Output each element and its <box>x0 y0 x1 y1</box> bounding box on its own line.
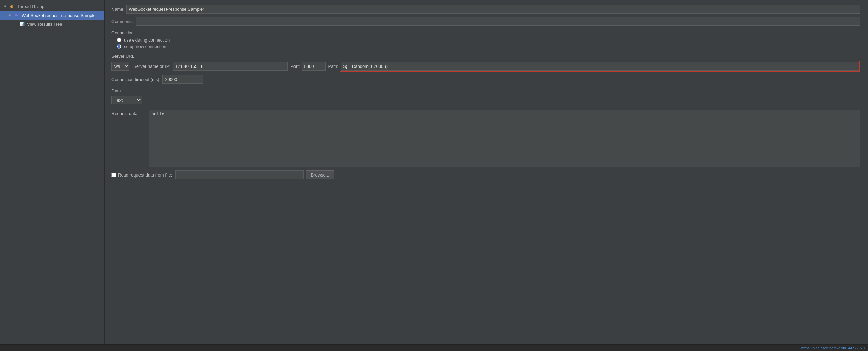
browse-button[interactable]: Browse... <box>306 170 334 179</box>
server-name-label: Server name or IP: <box>133 64 170 69</box>
radio-existing-connection[interactable]: use existing connection <box>117 37 860 43</box>
radio-new-label: setup new connection <box>124 44 167 49</box>
name-input[interactable] <box>126 5 860 14</box>
statusbar: https://blog.csdn.net/weixin_44722978 <box>0 344 868 351</box>
port-input[interactable] <box>302 62 326 71</box>
radio-existing-label: use existing connection <box>124 37 170 43</box>
connection-section-title: Connection <box>111 30 860 35</box>
statusbar-url[interactable]: https://blog.csdn.net/weixin_44722978 <box>801 346 865 350</box>
radio-existing-input[interactable] <box>117 38 121 42</box>
file-checkbox-group: Read request data from file: <box>111 172 172 178</box>
radio-new-input[interactable] <box>117 44 121 49</box>
path-input-wrapper <box>340 61 860 72</box>
comments-input[interactable] <box>136 17 860 26</box>
comments-row: Comments: <box>111 17 860 26</box>
data-type-row: Text Binary <box>111 96 860 104</box>
sidebar-item-view-results[interactable]: 📊 View Results Tree <box>0 20 104 28</box>
ws-sampler-arrow: ▼ <box>8 13 12 17</box>
read-from-file-checkbox[interactable] <box>111 173 116 177</box>
view-results-label: View Results Tree <box>27 22 62 27</box>
server-url-row: ws wss Server name or IP: Port: Path: <box>111 61 860 72</box>
ws-sampler-label: WebSocket request-response Sampler <box>22 13 97 18</box>
drag-handle-icon[interactable]: ⋮ <box>105 172 105 179</box>
view-results-icon: 📊 <box>19 21 25 27</box>
file-path-input[interactable] <box>175 170 304 179</box>
server-url-title: Server URL <box>111 54 860 59</box>
main-content: ⋮ Name: Comments: Connection use existin… <box>105 0 868 351</box>
port-label: Port: <box>290 64 300 69</box>
thread-group-label: Thread Group <box>17 4 44 9</box>
thread-group-icon: ⚙ <box>9 3 15 9</box>
connection-timeout-input[interactable] <box>162 75 203 84</box>
path-label: Path: <box>328 64 338 69</box>
request-data-row: Request data: hello <box>111 110 860 167</box>
path-input[interactable] <box>341 62 859 71</box>
connection-radio-group: use existing connection setup new connec… <box>117 37 860 49</box>
request-data-textarea[interactable]: hello <box>149 110 860 167</box>
name-row: Name: <box>111 5 860 14</box>
read-from-file-row: Read request data from file: Browse... <box>111 170 860 179</box>
data-section: Data Text Binary <box>111 87 860 107</box>
connection-timeout-label: Connection timeout (ms): <box>111 77 160 82</box>
sidebar-item-ws-sampler[interactable]: ▼ ✏ WebSocket request-response Sampler <box>0 11 104 20</box>
protocol-select[interactable]: ws wss <box>111 62 129 71</box>
form-panel: ⋮ Name: Comments: Connection use existin… <box>105 0 868 189</box>
read-from-file-label: Read request data from file: <box>118 172 172 178</box>
ws-sampler-icon: ✏ <box>14 12 20 18</box>
data-type-select[interactable]: Text Binary <box>111 96 142 104</box>
view-results-arrow <box>14 22 18 26</box>
server-url-section: Server URL ws wss Server name or IP: Por… <box>111 52 860 72</box>
server-name-input[interactable] <box>173 62 288 71</box>
radio-new-connection[interactable]: setup new connection <box>117 44 860 49</box>
name-label: Name: <box>111 7 124 12</box>
thread-group-arrow: ▼ <box>3 4 7 8</box>
request-data-label: Request data: <box>111 110 147 116</box>
comments-label: Comments: <box>111 19 134 24</box>
timeout-row: Connection timeout (ms): <box>111 75 860 84</box>
sidebar-item-thread-group[interactable]: ▼ ⚙ Thread Group <box>0 2 104 11</box>
sidebar: ▼ ⚙ Thread Group ▼ ✏ WebSocket request-r… <box>0 0 105 351</box>
data-section-title: Data <box>111 88 860 93</box>
